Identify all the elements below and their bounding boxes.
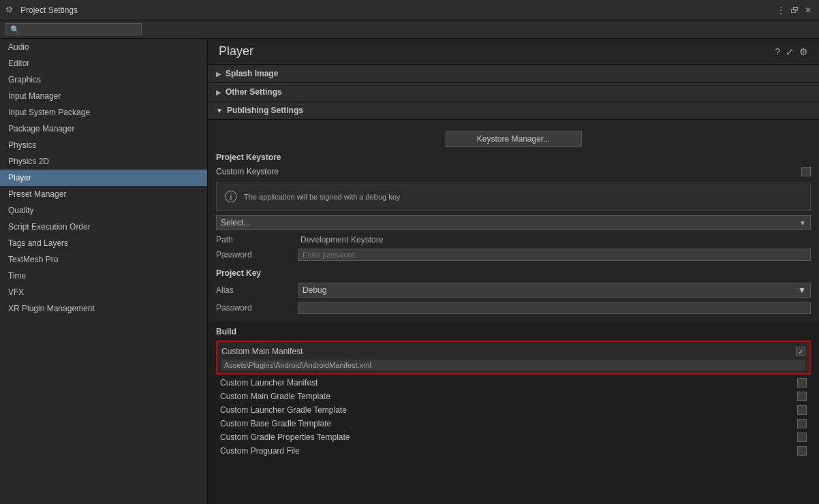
sidebar-item-textmesh-pro[interactable]: TextMesh Pro	[0, 251, 207, 268]
custom-launcher-manifest-label: Custom Launcher Manifest	[220, 378, 318, 388]
custom-main-gradle-checkbox[interactable]	[797, 392, 807, 401]
custom-main-manifest-checkbox[interactable]	[796, 347, 805, 356]
splash-image-section-header[interactable]: ▶ Splash Image	[208, 65, 819, 83]
sidebar-item-editor[interactable]: Editor	[0, 55, 207, 72]
project-key-password-row: Password	[216, 300, 811, 316]
project-key-password-input[interactable]	[298, 302, 811, 314]
custom-main-manifest-row: Custom Main Manifest	[221, 345, 805, 358]
custom-base-gradle-label: Custom Base Gradle Template	[220, 419, 331, 428]
search-bar	[0, 20, 819, 39]
path-label: Path	[216, 235, 298, 245]
custom-main-manifest-highlighted-row: Custom Main Manifest Assets\Plugins\Andr…	[216, 341, 811, 375]
custom-proguard-label: Custom Proguard File	[220, 446, 300, 456]
sidebar-item-tags-and-layers[interactable]: Tags and Layers	[0, 235, 207, 251]
sidebar-item-vfx[interactable]: VFX	[0, 284, 207, 300]
window-title: Project Settings	[20, 5, 775, 15]
other-settings-section-header[interactable]: ▶ Other Settings	[208, 83, 819, 101]
custom-launcher-gradle-row: Custom Launcher Gradle Template	[216, 403, 811, 417]
sidebar-item-player[interactable]: Player	[0, 170, 207, 186]
publishing-settings-content: Keystore Manager... Project Keystore Cus…	[208, 120, 819, 321]
custom-base-gradle-checkbox[interactable]	[797, 419, 807, 428]
custom-keystore-checkbox[interactable]	[801, 167, 811, 176]
project-keystore-title: Project Keystore	[216, 153, 811, 162]
close-btn[interactable]: ✕	[803, 5, 814, 16]
sidebar-item-time[interactable]: Time	[0, 268, 207, 284]
page-title: Player	[219, 44, 775, 59]
build-section: Build Custom Main Manifest Assets\Plugin…	[208, 321, 819, 463]
other-settings-title: Other Settings	[226, 87, 282, 97]
sidebar-item-physics-2d[interactable]: Physics 2D	[0, 153, 207, 170]
content-header: Player ? ⤢ ⚙	[208, 39, 819, 65]
gear-icon-btn[interactable]: ⚙	[799, 46, 808, 57]
custom-launcher-gradle-label: Custom Launcher Gradle Template	[220, 405, 347, 415]
splash-arrow-icon: ▶	[216, 70, 221, 78]
search-input[interactable]	[5, 23, 142, 35]
more-options-btn[interactable]: ⋮	[775, 5, 786, 16]
build-title: Build	[216, 327, 811, 336]
path-value: Development Keystore	[298, 235, 811, 245]
password-input[interactable]	[298, 249, 811, 261]
keystore-select-row: Select... ▼	[216, 215, 811, 230]
alias-value: Debug	[303, 285, 326, 295]
project-keystore-section: Project Keystore Custom Keystore ⓘ The a…	[216, 153, 811, 263]
layout-icon-btn[interactable]: ⤢	[786, 46, 794, 57]
main-layout: Audio Editor Graphics Input Manager Inpu…	[0, 39, 819, 504]
keystore-manager-btn[interactable]: Keystore Manager...	[446, 131, 582, 147]
header-icons: ? ⤢ ⚙	[775, 46, 808, 57]
custom-proguard-row: Custom Proguard File	[216, 444, 811, 458]
custom-gradle-properties-row: Custom Gradle Properties Template	[216, 430, 811, 444]
custom-main-gradle-row: Custom Main Gradle Template	[216, 390, 811, 403]
sidebar-item-script-execution-order[interactable]: Script Execution Order	[0, 219, 207, 235]
custom-gradle-properties-label: Custom Gradle Properties Template	[220, 432, 350, 442]
debug-key-info-box: ⓘ The application will be signed with a …	[216, 183, 811, 211]
help-icon-btn[interactable]: ?	[775, 46, 780, 57]
keystore-select-dropdown[interactable]: Select... ▼	[216, 215, 811, 230]
alias-row: Alias Debug ▼	[216, 281, 811, 300]
publishing-settings-section-header[interactable]: ▼ Publishing Settings	[208, 101, 819, 120]
path-row: Path Development Keystore	[216, 233, 811, 247]
sidebar-item-xr-plugin-management[interactable]: XR Plugin Management	[0, 300, 207, 317]
select-placeholder: Select...	[221, 218, 250, 227]
sidebar: Audio Editor Graphics Input Manager Inpu…	[0, 39, 208, 504]
content-area: Player ? ⤢ ⚙ ▶ Splash Image ▶ Other Sett…	[208, 39, 819, 504]
alias-dropdown[interactable]: Debug ▼	[298, 283, 811, 298]
custom-main-manifest-label: Custom Main Manifest	[221, 347, 303, 356]
other-settings-arrow-icon: ▶	[216, 89, 221, 96]
window-controls: ⋮ 🗗 ✕	[775, 5, 814, 16]
sidebar-item-input-manager[interactable]: Input Manager	[0, 88, 207, 104]
custom-proguard-checkbox[interactable]	[797, 446, 807, 456]
custom-keystore-row: Custom Keystore	[216, 165, 811, 178]
project-key-password-label: Password	[216, 303, 298, 313]
settings-icon: ⚙	[5, 5, 16, 16]
publishing-settings-arrow-icon: ▼	[216, 107, 223, 114]
custom-main-gradle-label: Custom Main Gradle Template	[220, 392, 330, 401]
info-icon: ⓘ	[225, 189, 237, 205]
alias-label: Alias	[216, 285, 298, 295]
project-key-section: Project Key Alias Debug ▼ Password	[216, 268, 811, 316]
maximize-btn[interactable]: 🗗	[789, 5, 800, 16]
sidebar-item-input-system-package[interactable]: Input System Package	[0, 104, 207, 121]
sidebar-item-physics[interactable]: Physics	[0, 137, 207, 153]
debug-key-info-text: The application will be signed with a de…	[244, 193, 400, 201]
sidebar-item-quality[interactable]: Quality	[0, 202, 207, 219]
titlebar: ⚙ Project Settings ⋮ 🗗 ✕	[0, 0, 819, 20]
password-label: Password	[216, 250, 298, 259]
custom-base-gradle-row: Custom Base Gradle Template	[216, 417, 811, 430]
publishing-settings-title: Publishing Settings	[227, 106, 303, 115]
sidebar-item-graphics[interactable]: Graphics	[0, 72, 207, 88]
custom-launcher-gradle-checkbox[interactable]	[797, 405, 807, 415]
project-key-title: Project Key	[216, 268, 811, 278]
splash-image-title: Splash Image	[226, 69, 278, 78]
sidebar-item-preset-manager[interactable]: Preset Manager	[0, 186, 207, 202]
sidebar-item-package-manager[interactable]: Package Manager	[0, 121, 207, 137]
manifest-path: Assets\Plugins\Android\AndroidManifest.x…	[221, 360, 805, 371]
select-arrow-icon: ▼	[799, 219, 806, 227]
password-row: Password	[216, 247, 811, 263]
custom-keystore-label: Custom Keystore	[216, 167, 279, 176]
custom-launcher-manifest-checkbox[interactable]	[797, 378, 807, 388]
custom-gradle-properties-checkbox[interactable]	[797, 432, 807, 442]
alias-dropdown-arrow-icon: ▼	[798, 285, 806, 295]
custom-launcher-manifest-row: Custom Launcher Manifest	[216, 376, 811, 390]
sidebar-item-audio[interactable]: Audio	[0, 39, 207, 55]
